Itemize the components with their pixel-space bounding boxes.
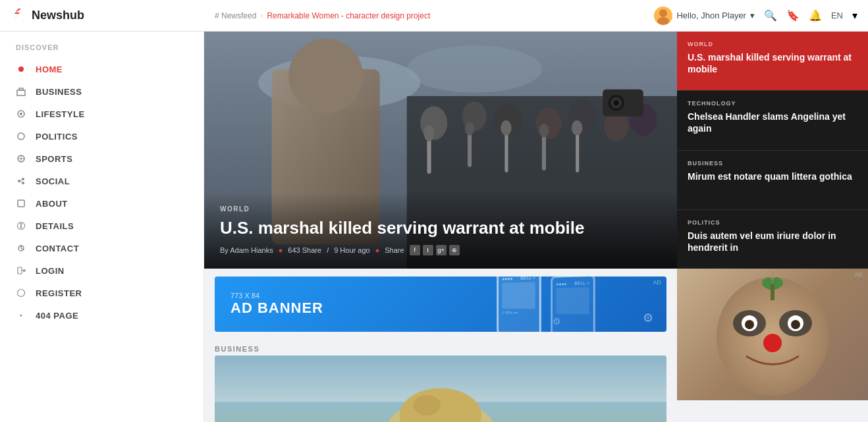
svg-point-36 — [536, 107, 562, 138]
contact-icon — [16, 243, 26, 253]
breadcrumb-hash: # Newsfeed — [215, 11, 256, 20]
sidebar-label-politics: POLITICS — [36, 132, 78, 142]
side-title-1: Chelsea Handler slams Angelina yet again — [688, 111, 857, 134]
gear-icon-large: ⚙ — [643, 311, 653, 325]
bookmark-icon[interactable]: 🔖 — [786, 9, 800, 22]
social-icon — [16, 176, 26, 186]
svg-point-65 — [791, 320, 800, 329]
rss-icon[interactable]: ⊕ — [449, 245, 460, 255]
ad-banner: 773 X 84 AD BANNER ●●●●BELL ≈ ≡ 8 — [215, 277, 666, 332]
sidebar-item-politics[interactable]: POLITICS — [0, 125, 203, 147]
discover-label: DISCOVER — [0, 43, 203, 58]
sidebar-item-login[interactable]: LOGIN — [0, 259, 203, 282]
svg-point-25 — [18, 290, 25, 297]
lang-chevron-icon: ▾ — [852, 9, 857, 22]
svg-point-49 — [572, 120, 582, 136]
logo-icon — [11, 6, 26, 26]
svg-rect-16 — [18, 200, 24, 207]
politics-icon — [16, 131, 26, 142]
svg-point-31 — [288, 39, 363, 113]
register-icon — [16, 288, 26, 298]
svg-rect-23 — [18, 267, 22, 274]
svg-line-15 — [20, 182, 22, 183]
svg-point-58 — [413, 395, 441, 415]
ad-text-block: 773 X 84 AD BANNER — [231, 292, 323, 317]
bell-icon[interactable]: 🔔 — [809, 9, 822, 22]
sidebar-item-contact[interactable]: CONTACT — [0, 237, 203, 259]
svg-rect-4 — [19, 88, 23, 90]
ad-marker: AD — [653, 279, 661, 286]
svg-point-2 — [657, 17, 669, 25]
sidebar-label-about: ABOUT — [36, 199, 68, 209]
svg-point-17 — [20, 223, 22, 225]
right-ad: AD — [677, 269, 868, 400]
svg-marker-0 — [12, 9, 21, 20]
top-header: Newshub # Newsfeed › Remarkable Women - … — [0, 0, 868, 32]
ad-size: 773 X 84 — [231, 292, 323, 300]
sidebar-label-details: DETAILS — [36, 221, 74, 231]
sidebar-item-register[interactable]: REGISTER — [0, 282, 203, 304]
svg-rect-67 — [771, 284, 774, 300]
logo: Newshub — [11, 6, 215, 26]
svg-point-11 — [18, 180, 20, 182]
social-share-icons: f t g+ ⊕ — [410, 245, 460, 255]
hero-side-item-3[interactable]: POLITICS Duis autem vel eum iriure dolor… — [677, 210, 868, 269]
side-title-2: Mirum est notare quam littera gothica — [688, 171, 857, 182]
sidebar-item-social[interactable]: SOCIAL — [0, 170, 203, 192]
side-title-0: U.S. marshal killed serving warrant at m… — [688, 51, 857, 75]
hero-meta: By Adam Hianks ● 643 Share / 9 Hour ago … — [220, 245, 661, 255]
svg-point-7 — [18, 133, 24, 140]
header-actions: Hello, Jhon Player ▾ 🔍 🔖 🔔 EN ▾ — [654, 7, 857, 25]
svg-point-64 — [745, 320, 754, 329]
svg-point-66 — [763, 334, 782, 352]
business-section — [215, 356, 666, 422]
side-category-3: POLITICS — [688, 219, 857, 226]
breadcrumb: # Newsfeed › Remarkable Women - characte… — [215, 11, 654, 20]
sidebar-item-about[interactable]: ABOUT — [0, 192, 203, 215]
svg-rect-3 — [17, 90, 25, 95]
chevron-down-icon: ▾ — [750, 11, 755, 20]
hero-time: 9 Hour ago — [334, 246, 369, 254]
sidebar-item-home[interactable]: HOME — [0, 58, 203, 80]
clown-image — [677, 269, 868, 400]
main-layout: DISCOVER HOME BUSINESS LIFESTYLE POLITIC… — [0, 32, 868, 422]
sidebar-label-business: BUSINESS — [36, 87, 82, 97]
sidebar-label-contact: CONTACT — [36, 244, 79, 253]
breadcrumb-link: Remarkable Women - character design proj… — [267, 11, 430, 20]
side-category-1: TECHNOLOGY — [688, 100, 857, 107]
business-section-label: BUSINESS — [204, 340, 677, 356]
sidebar-item-lifestyle[interactable]: LIFESTYLE — [0, 103, 203, 125]
google-plus-icon[interactable]: g+ — [436, 245, 447, 255]
avatar — [654, 7, 672, 25]
sidebar-item-404[interactable]: 404 PAGE — [0, 304, 203, 327]
sidebar-item-details[interactable]: DETAILS — [0, 215, 203, 237]
side-title-3: Duis autem vel eum iriure dolor in hendr… — [688, 230, 857, 253]
ad-phone-decor: ●●●●BELL ≈ ≡ 82% ▪▪▪ ●●●●BELL ≈ — [495, 277, 627, 332]
about-icon — [16, 198, 26, 209]
content-row: 773 X 84 AD BANNER ●●●●BELL ≈ ≡ 8 — [204, 269, 868, 422]
sidebar-label-lifestyle: LIFESTYLE — [36, 109, 85, 119]
sidebar-label-404: 404 PAGE — [36, 311, 78, 321]
hero-title: U.S. marshal killed serving warrant at m… — [220, 218, 661, 238]
svg-point-53 — [614, 100, 619, 105]
facebook-icon[interactable]: f — [410, 245, 420, 255]
user-info[interactable]: Hello, Jhon Player ▾ — [654, 7, 755, 25]
svg-point-1 — [659, 9, 667, 17]
svg-rect-18 — [20, 225, 22, 228]
hero-category: WORLD — [220, 205, 661, 213]
hero-share-label: Share — [385, 246, 404, 254]
language-selector[interactable]: EN — [831, 11, 843, 20]
sidebar-label-social: SOCIAL — [36, 176, 70, 186]
hero-side-item-2[interactable]: BUSINESS Mirum est notare quam littera g… — [677, 151, 868, 210]
right-ad-marker: AD — [854, 271, 863, 278]
svg-line-14 — [20, 180, 22, 181]
twitter-icon[interactable]: t — [423, 245, 433, 255]
hero-side-item-1[interactable]: TECHNOLOGY Chelsea Handler slams Angelin… — [677, 91, 868, 150]
svg-line-22 — [21, 248, 23, 250]
search-icon[interactable]: 🔍 — [764, 9, 777, 22]
sidebar-item-business[interactable]: BUSINESS — [0, 80, 203, 103]
phone-shape-1: ●●●●BELL ≈ ≡ 82% ▪▪▪ — [497, 277, 541, 332]
lifestyle-icon — [16, 109, 26, 119]
hero-side-item-0[interactable]: WORLD U.S. marshal killed serving warran… — [677, 32, 868, 91]
sidebar-item-sports[interactable]: SPORTS — [0, 147, 203, 170]
